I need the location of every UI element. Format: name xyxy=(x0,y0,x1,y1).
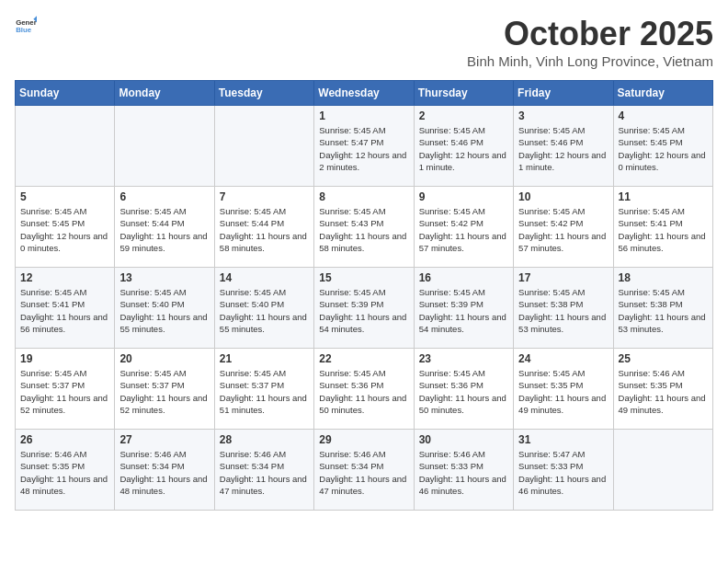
cell-text: Sunrise: 5:45 AMSunset: 5:43 PMDaylight:… xyxy=(319,205,408,254)
col-header-tuesday: Tuesday xyxy=(214,81,313,106)
calendar-cell: 20Sunrise: 5:45 AMSunset: 5:37 PMDayligh… xyxy=(115,349,214,430)
calendar-cell: 13Sunrise: 5:45 AMSunset: 5:40 PMDayligh… xyxy=(115,268,214,349)
cell-text: Sunrise: 5:45 AMSunset: 5:41 PMDaylight:… xyxy=(20,286,109,335)
col-header-saturday: Saturday xyxy=(613,81,712,106)
day-number: 3 xyxy=(518,109,608,122)
calendar-cell: 29Sunrise: 5:46 AMSunset: 5:34 PMDayligh… xyxy=(314,430,414,511)
day-number: 2 xyxy=(419,109,508,122)
cell-text: Sunrise: 5:46 AMSunset: 5:34 PMDaylight:… xyxy=(319,448,408,497)
calendar-cell: 27Sunrise: 5:46 AMSunset: 5:34 PMDayligh… xyxy=(115,430,214,511)
calendar-cell: 11Sunrise: 5:45 AMSunset: 5:41 PMDayligh… xyxy=(613,187,712,268)
cell-text: Sunrise: 5:45 AMSunset: 5:38 PMDaylight:… xyxy=(518,286,608,335)
calendar-cell: 14Sunrise: 5:45 AMSunset: 5:40 PMDayligh… xyxy=(214,268,313,349)
day-number: 17 xyxy=(518,271,608,284)
calendar-cell xyxy=(613,430,712,511)
calendar-week-1: 1Sunrise: 5:45 AMSunset: 5:47 PMDaylight… xyxy=(16,106,713,187)
cell-text: Sunrise: 5:46 AMSunset: 5:34 PMDaylight:… xyxy=(220,448,309,497)
calendar-cell: 10Sunrise: 5:45 AMSunset: 5:42 PMDayligh… xyxy=(514,187,613,268)
calendar-week-3: 12Sunrise: 5:45 AMSunset: 5:41 PMDayligh… xyxy=(16,268,713,349)
calendar-cell: 7Sunrise: 5:45 AMSunset: 5:44 PMDaylight… xyxy=(214,187,313,268)
svg-text:General: General xyxy=(16,18,37,27)
col-header-thursday: Thursday xyxy=(414,81,513,106)
day-number: 7 xyxy=(220,190,309,203)
calendar-cell: 18Sunrise: 5:45 AMSunset: 5:38 PMDayligh… xyxy=(613,268,712,349)
day-number: 27 xyxy=(119,433,209,446)
cell-text: Sunrise: 5:45 AMSunset: 5:44 PMDaylight:… xyxy=(220,205,309,254)
cell-text: Sunrise: 5:46 AMSunset: 5:35 PMDaylight:… xyxy=(20,448,109,497)
day-number: 4 xyxy=(619,109,708,122)
cell-text: Sunrise: 5:46 AMSunset: 5:33 PMDaylight:… xyxy=(419,448,508,497)
day-number: 31 xyxy=(518,433,608,446)
calendar-cell: 2Sunrise: 5:45 AMSunset: 5:46 PMDaylight… xyxy=(414,106,513,187)
cell-text: Sunrise: 5:45 AMSunset: 5:42 PMDaylight:… xyxy=(518,205,608,254)
day-number: 22 xyxy=(319,352,408,365)
day-number: 11 xyxy=(619,190,708,203)
svg-text:Blue: Blue xyxy=(16,26,32,34)
calendar-cell: 25Sunrise: 5:46 AMSunset: 5:35 PMDayligh… xyxy=(613,349,712,430)
calendar-cell: 15Sunrise: 5:45 AMSunset: 5:39 PMDayligh… xyxy=(314,268,414,349)
calendar-cell: 22Sunrise: 5:45 AMSunset: 5:36 PMDayligh… xyxy=(314,349,414,430)
day-number: 9 xyxy=(419,190,508,203)
calendar-week-2: 5Sunrise: 5:45 AMSunset: 5:45 PMDaylight… xyxy=(16,187,713,268)
col-header-friday: Friday xyxy=(514,81,613,106)
calendar-cell: 19Sunrise: 5:45 AMSunset: 5:37 PMDayligh… xyxy=(16,349,115,430)
day-number: 23 xyxy=(419,352,508,365)
calendar-cell: 9Sunrise: 5:45 AMSunset: 5:42 PMDaylight… xyxy=(414,187,513,268)
day-number: 19 xyxy=(20,352,109,365)
calendar-week-5: 26Sunrise: 5:46 AMSunset: 5:35 PMDayligh… xyxy=(16,430,713,511)
cell-text: Sunrise: 5:45 AMSunset: 5:35 PMDaylight:… xyxy=(518,367,608,416)
cell-text: Sunrise: 5:45 AMSunset: 5:45 PMDaylight:… xyxy=(619,124,708,173)
day-number: 1 xyxy=(319,109,408,122)
title-area: October 2025 Binh Minh, Vinh Long Provin… xyxy=(467,15,713,69)
day-number: 26 xyxy=(20,433,109,446)
cell-text: Sunrise: 5:45 AMSunset: 5:42 PMDaylight:… xyxy=(419,205,508,254)
col-header-monday: Monday xyxy=(115,81,214,106)
calendar-cell: 21Sunrise: 5:45 AMSunset: 5:37 PMDayligh… xyxy=(214,349,313,430)
cell-text: Sunrise: 5:45 AMSunset: 5:40 PMDaylight:… xyxy=(220,286,309,335)
day-number: 28 xyxy=(220,433,309,446)
calendar-cell: 6Sunrise: 5:45 AMSunset: 5:44 PMDaylight… xyxy=(115,187,214,268)
calendar-cell: 17Sunrise: 5:45 AMSunset: 5:38 PMDayligh… xyxy=(514,268,613,349)
month-title: October 2025 xyxy=(467,15,713,53)
cell-text: Sunrise: 5:45 AMSunset: 5:46 PMDaylight:… xyxy=(419,124,508,173)
cell-text: Sunrise: 5:45 AMSunset: 5:39 PMDaylight:… xyxy=(319,286,408,335)
cell-text: Sunrise: 5:45 AMSunset: 5:37 PMDaylight:… xyxy=(20,367,109,416)
calendar-cell: 3Sunrise: 5:45 AMSunset: 5:46 PMDaylight… xyxy=(514,106,613,187)
day-number: 30 xyxy=(419,433,508,446)
cell-text: Sunrise: 5:45 AMSunset: 5:41 PMDaylight:… xyxy=(619,205,708,254)
calendar-table: SundayMondayTuesdayWednesdayThursdayFrid… xyxy=(15,80,713,511)
day-number: 16 xyxy=(419,271,508,284)
cell-text: Sunrise: 5:45 AMSunset: 5:39 PMDaylight:… xyxy=(419,286,508,335)
calendar-cell: 30Sunrise: 5:46 AMSunset: 5:33 PMDayligh… xyxy=(414,430,513,511)
col-header-sunday: Sunday xyxy=(16,81,115,106)
day-number: 29 xyxy=(319,433,408,446)
cell-text: Sunrise: 5:45 AMSunset: 5:38 PMDaylight:… xyxy=(619,286,708,335)
calendar-cell: 24Sunrise: 5:45 AMSunset: 5:35 PMDayligh… xyxy=(514,349,613,430)
cell-text: Sunrise: 5:45 AMSunset: 5:44 PMDaylight:… xyxy=(119,205,209,254)
calendar-cell: 4Sunrise: 5:45 AMSunset: 5:45 PMDaylight… xyxy=(613,106,712,187)
day-number: 15 xyxy=(319,271,408,284)
day-number: 18 xyxy=(619,271,708,284)
cell-text: Sunrise: 5:45 AMSunset: 5:36 PMDaylight:… xyxy=(419,367,508,416)
calendar-cell: 8Sunrise: 5:45 AMSunset: 5:43 PMDaylight… xyxy=(314,187,414,268)
cell-text: Sunrise: 5:45 AMSunset: 5:45 PMDaylight:… xyxy=(20,205,109,254)
day-number: 6 xyxy=(119,190,209,203)
cell-text: Sunrise: 5:47 AMSunset: 5:33 PMDaylight:… xyxy=(518,448,608,497)
day-number: 10 xyxy=(518,190,608,203)
day-number: 25 xyxy=(619,352,708,365)
calendar-cell: 28Sunrise: 5:46 AMSunset: 5:34 PMDayligh… xyxy=(214,430,313,511)
location-title: Binh Minh, Vinh Long Province, Vietnam xyxy=(467,53,713,69)
day-number: 14 xyxy=(220,271,309,284)
cell-text: Sunrise: 5:45 AMSunset: 5:37 PMDaylight:… xyxy=(220,367,309,416)
logo: General Blue xyxy=(15,15,37,37)
cell-text: Sunrise: 5:45 AMSunset: 5:46 PMDaylight:… xyxy=(518,124,608,173)
calendar-cell xyxy=(16,106,115,187)
cell-text: Sunrise: 5:45 AMSunset: 5:36 PMDaylight:… xyxy=(319,367,408,416)
calendar-week-4: 19Sunrise: 5:45 AMSunset: 5:37 PMDayligh… xyxy=(16,349,713,430)
calendar-cell: 31Sunrise: 5:47 AMSunset: 5:33 PMDayligh… xyxy=(514,430,613,511)
cell-text: Sunrise: 5:45 AMSunset: 5:47 PMDaylight:… xyxy=(319,124,408,173)
day-number: 5 xyxy=(20,190,109,203)
calendar-cell xyxy=(115,106,214,187)
day-number: 21 xyxy=(220,352,309,365)
calendar-cell: 16Sunrise: 5:45 AMSunset: 5:39 PMDayligh… xyxy=(414,268,513,349)
